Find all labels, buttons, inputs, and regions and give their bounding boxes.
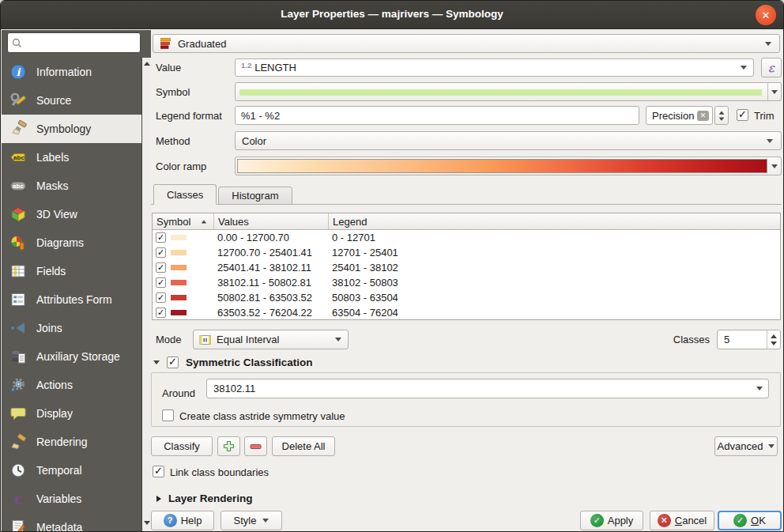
class-values[interactable]: 50802.81 - 63503.52 xyxy=(214,292,329,304)
cancel-button[interactable]: ✕Cancel xyxy=(650,511,714,530)
spin-down-icon[interactable] xyxy=(719,117,725,120)
around-combo[interactable]: 38102.11 xyxy=(206,379,769,398)
spin-down-icon[interactable] xyxy=(771,341,777,345)
sidebar-item-information[interactable]: i Information xyxy=(2,58,141,86)
class-visibility-checkbox[interactable] xyxy=(156,232,166,243)
class-values[interactable]: 38102.11 - 50802.81 xyxy=(214,277,329,289)
class-color-swatch[interactable] xyxy=(171,250,187,255)
class-values[interactable]: 0.00 - 12700.70 xyxy=(214,232,329,243)
class-legend[interactable]: 12701 - 25401 xyxy=(329,247,780,258)
symbol-preview-button[interactable] xyxy=(235,82,782,101)
scroll-down-icon[interactable] xyxy=(144,521,150,525)
class-values[interactable]: 63503.52 - 76204.22 xyxy=(214,307,329,319)
expression-builder-button[interactable]: ε xyxy=(761,58,782,77)
mode-combo[interactable]: Equal Interval xyxy=(193,330,349,349)
ok-button[interactable]: ✓OK xyxy=(718,511,782,530)
close-button[interactable]: ✕ xyxy=(756,5,776,25)
symbol-dropdown[interactable] xyxy=(767,83,781,100)
sidebar-item-auxiliary-storage[interactable]: Auxiliary Storage xyxy=(2,342,141,371)
class-legend[interactable]: 63504 - 76204 xyxy=(329,307,780,319)
method-value: Color xyxy=(242,135,266,147)
class-color-swatch[interactable] xyxy=(171,295,187,300)
clear-icon[interactable]: ✕ xyxy=(697,111,709,121)
class-legend[interactable]: 0 - 12701 xyxy=(329,232,780,243)
sidebar-item-3d-view[interactable]: 3D View xyxy=(2,200,141,228)
color-ramp-dropdown[interactable] xyxy=(768,157,781,175)
trim-checkbox[interactable] xyxy=(737,109,748,121)
sidebar-item-metadata[interactable]: Metadata xyxy=(2,513,141,531)
sidebar-item-masks[interactable]: abc Masks xyxy=(2,172,141,200)
sidebar-item-diagrams[interactable]: Diagrams xyxy=(2,228,141,257)
sidebar-item-attributes-form[interactable]: Attributes Form xyxy=(2,285,141,314)
advanced-button[interactable]: Advanced xyxy=(714,436,778,456)
classes-spinbox[interactable]: 5 xyxy=(717,330,781,349)
sidebar-item-rendering[interactable]: Rendering xyxy=(2,428,141,456)
class-legend[interactable]: 50803 - 63504 xyxy=(329,292,780,304)
sidebar-item-variables[interactable]: ε Variables xyxy=(2,485,141,513)
value-field-combo[interactable]: 1.2 LENGTH xyxy=(235,58,754,77)
class-color-swatch[interactable] xyxy=(171,265,187,270)
class-row[interactable]: 38102.11 - 50802.81 38102 - 50803 xyxy=(153,275,780,290)
apply-button[interactable]: ✓Apply xyxy=(580,511,643,530)
method-combo[interactable]: Color xyxy=(235,131,782,150)
class-visibility-checkbox[interactable] xyxy=(156,308,166,318)
class-row[interactable]: 25401.41 - 38102.11 25401 - 38102 xyxy=(153,260,780,275)
class-color-swatch[interactable] xyxy=(171,280,187,285)
sidebar-scrollbar[interactable] xyxy=(141,58,151,531)
link-class-boundaries-checkbox[interactable] xyxy=(153,466,164,477)
header-symbol[interactable]: Symbol xyxy=(153,213,214,229)
legend-format-input[interactable]: %1 - %2 xyxy=(235,106,639,125)
header-values[interactable]: Values xyxy=(214,213,329,229)
sidebar-search[interactable] xyxy=(7,32,141,53)
symmetric-classification-checkbox[interactable] xyxy=(167,357,179,368)
class-visibility-checkbox[interactable] xyxy=(156,277,166,288)
around-label: Around xyxy=(162,387,195,399)
titlebar[interactable]: Layer Properties — majrivers — Symbology… xyxy=(1,1,783,29)
precision-spin-buttons[interactable] xyxy=(714,106,729,125)
style-button[interactable]: Style xyxy=(220,511,282,530)
class-visibility-checkbox[interactable] xyxy=(156,247,166,258)
sidebar-item-temporal[interactable]: Temporal xyxy=(2,456,141,485)
class-values[interactable]: 25401.41 - 38102.11 xyxy=(214,262,329,274)
color-ramp-button[interactable] xyxy=(235,157,782,175)
header-legend[interactable]: Legend xyxy=(329,213,780,229)
classes-spin-buttons[interactable] xyxy=(767,330,780,349)
sidebar-item-labels[interactable]: abc Labels xyxy=(2,143,141,172)
class-row[interactable]: 12700.70 - 25401.41 12701 - 25401 xyxy=(153,245,780,260)
class-visibility-checkbox[interactable] xyxy=(156,292,166,303)
precision-spinbox[interactable]: Precision ✕ xyxy=(646,106,713,125)
classify-button[interactable]: Classify xyxy=(151,436,213,456)
symmetric-classification-header[interactable]: Symmetric Classification xyxy=(153,355,313,369)
scroll-up-icon[interactable] xyxy=(144,62,150,66)
spin-up-icon[interactable] xyxy=(719,111,725,114)
layer-rendering-section[interactable]: Layer Rendering xyxy=(156,492,253,504)
sidebar-item-source[interactable]: Source xyxy=(2,86,141,115)
renderer-combo[interactable]: Graduated xyxy=(153,34,780,53)
class-legend[interactable]: 38102 - 50803 xyxy=(329,277,780,289)
class-visibility-checkbox[interactable] xyxy=(156,262,166,273)
search-input[interactable] xyxy=(25,37,128,49)
sidebar-item-symbology[interactable]: Symbology xyxy=(2,115,141,143)
help-button[interactable]: ?Help xyxy=(151,511,214,530)
add-class-button[interactable] xyxy=(217,436,240,456)
collapse-expanded-icon[interactable] xyxy=(153,360,160,364)
tab-classes[interactable]: Classes xyxy=(153,184,217,205)
class-color-swatch[interactable] xyxy=(171,310,187,315)
class-row[interactable]: 63503.52 - 76204.22 63504 - 76204 xyxy=(153,305,780,320)
sidebar-item-joins[interactable]: Joins xyxy=(2,314,141,342)
sidebar-item-display[interactable]: Display xyxy=(2,399,141,428)
spin-up-icon[interactable] xyxy=(771,334,777,338)
class-values[interactable]: 12700.70 - 25401.41 xyxy=(214,247,329,258)
class-color-swatch[interactable] xyxy=(171,235,187,240)
sidebar-item-actions[interactable]: Actions xyxy=(2,371,141,399)
class-row[interactable]: 50802.81 - 63503.52 50803 - 63504 xyxy=(153,290,780,305)
collapse-collapsed-icon[interactable] xyxy=(156,496,161,502)
class-legend[interactable]: 25401 - 38102 xyxy=(329,262,780,274)
layer-properties-dialog: Layer Properties — majrivers — Symbology… xyxy=(0,0,784,532)
astride-checkbox[interactable] xyxy=(162,409,174,421)
remove-class-button[interactable] xyxy=(244,436,267,456)
delete-all-button[interactable]: Delete All xyxy=(272,436,335,456)
tab-histogram[interactable]: Histogram xyxy=(218,187,292,205)
sidebar-item-fields[interactable]: Fields xyxy=(2,257,141,285)
class-row[interactable]: 0.00 - 12700.70 0 - 12701 xyxy=(153,230,780,245)
